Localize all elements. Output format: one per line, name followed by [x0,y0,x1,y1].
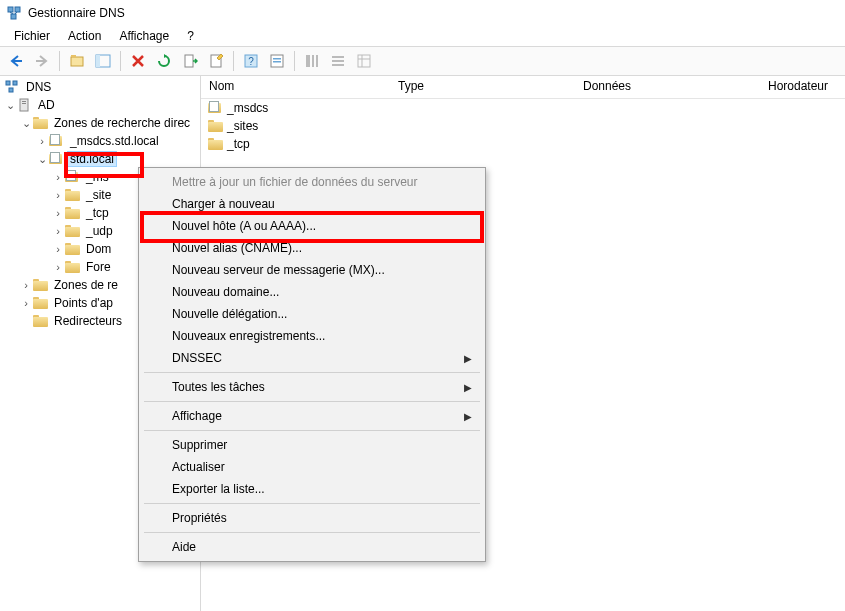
toolbar-separator [59,51,60,71]
tree-expand-icon[interactable]: › [52,225,64,237]
menu-help[interactable]: ? [179,27,202,45]
view-large-button[interactable] [300,49,324,73]
col-header-nom[interactable]: Nom [201,76,390,98]
svg-rect-22 [9,88,13,92]
nav-back-button[interactable] [4,49,28,73]
ctx-properties[interactable]: Propriétés [142,507,482,529]
refresh-button[interactable] [152,49,176,73]
ctx-separator [144,372,480,373]
tree-label: _site [83,187,114,203]
ctx-separator [144,532,480,533]
folder-icon [207,118,223,134]
menu-action[interactable]: Action [60,27,109,45]
ctx-delete[interactable]: Supprimer [142,434,482,456]
tree-expand-icon[interactable]: › [52,261,64,273]
tree-label: std.local [67,151,117,167]
ctx-new-host[interactable]: Nouvel hôte (A ou AAAA)... [142,215,482,237]
delete-button[interactable] [126,49,150,73]
ctx-new-mx[interactable]: Nouveau serveur de messagerie (MX)... [142,259,482,281]
toolbar-separator [233,51,234,71]
title-bar: Gestionnaire DNS [0,0,845,26]
tree-expand-icon[interactable]: › [52,171,64,183]
tree-root-dns[interactable]: DNS [0,78,200,96]
zone-icon [48,151,64,167]
ctx-separator [144,401,480,402]
folder-icon [64,223,80,239]
tree-expand-icon[interactable]: › [36,135,48,147]
tree-expand-icon[interactable]: › [20,279,32,291]
ctx-new-delegation[interactable]: Nouvelle délégation... [142,303,482,325]
ctx-export[interactable]: Exporter la liste... [142,478,482,500]
svg-rect-1 [15,7,20,12]
col-header-type[interactable]: Type [390,76,575,98]
tree-collapse-icon[interactable]: ⌄ [20,117,32,130]
tree-expand-icon[interactable]: › [52,243,64,255]
properties-button[interactable] [204,49,228,73]
folder-icon [32,277,48,293]
tree-label: AD [35,97,58,113]
svg-rect-23 [20,99,28,111]
tree-expand-icon[interactable]: › [52,189,64,201]
ctx-refresh[interactable]: Actualiser [142,456,482,478]
tree-expand-icon[interactable]: › [52,207,64,219]
ctx-label: DNSSEC [172,351,222,365]
svg-rect-0 [8,7,13,12]
folder-icon [64,241,80,257]
show-hide-tree-button[interactable] [91,49,115,73]
help-button[interactable]: ? [239,49,263,73]
folder-icon [64,205,80,221]
svg-rect-6 [71,55,76,57]
svg-rect-21 [13,81,17,85]
menu-bar: Fichier Action Affichage ? [0,26,845,47]
list-item[interactable]: _msdcs [201,99,845,117]
svg-rect-16 [306,55,310,67]
ctx-dnssec[interactable]: DNSSEC▶ [142,347,482,369]
tree-zone-msdcs[interactable]: › _msdcs.std.local [0,132,200,150]
tree-label: _udp [83,223,116,239]
tree-expand-icon[interactable]: › [20,297,32,309]
col-header-donnees[interactable]: Données [575,76,760,98]
zone-icon [207,100,223,116]
tree-label: Redirecteurs [51,313,125,329]
svg-rect-24 [22,101,26,102]
tree-collapse-icon[interactable]: ⌄ [36,153,48,166]
tree-label: Fore [83,259,114,275]
list-item-label: _msdcs [227,101,268,115]
server-icon [16,97,32,113]
ctx-new-domain[interactable]: Nouveau domaine... [142,281,482,303]
svg-rect-18 [316,55,318,67]
ctx-separator [144,430,480,431]
tree-forward-zones[interactable]: ⌄ Zones de recherche direc [0,114,200,132]
view-detail-button[interactable] [352,49,376,73]
submenu-arrow-icon: ▶ [464,353,472,364]
list-item[interactable]: _sites [201,117,845,135]
list-item-label: _tcp [227,137,250,151]
view-list-button[interactable] [326,49,350,73]
menu-view[interactable]: Affichage [111,27,177,45]
ctx-new-alias[interactable]: Nouvel alias (CNAME)... [142,237,482,259]
ctx-new-records[interactable]: Nouveaux enregistrements... [142,325,482,347]
toolbar: ? [0,47,845,76]
tree-label: _ms [83,169,112,185]
folder-icon [64,187,80,203]
new-container-button[interactable] [65,49,89,73]
filter-button[interactable] [265,49,289,73]
ctx-label: Toutes les tâches [172,380,265,394]
list-item[interactable]: _tcp [201,135,845,153]
nav-forward-button[interactable] [30,49,54,73]
toolbar-separator [294,51,295,71]
svg-rect-5 [71,57,83,66]
ctx-help[interactable]: Aide [142,536,482,558]
menu-file[interactable]: Fichier [6,27,58,45]
ctx-reload[interactable]: Charger à nouveau [142,193,482,215]
ctx-view[interactable]: Affichage▶ [142,405,482,427]
tree-label: Zones de re [51,277,121,293]
tree-zone-stdlocal[interactable]: ⌄ std.local [0,150,200,168]
col-header-horodateur[interactable]: Horodateur [760,76,845,98]
svg-rect-20 [6,81,10,85]
tree-label: DNS [23,79,54,95]
tree-server-ad[interactable]: ⌄ AD [0,96,200,114]
tree-collapse-icon[interactable]: ⌄ [4,99,16,112]
ctx-all-tasks[interactable]: Toutes les tâches▶ [142,376,482,398]
export-button[interactable] [178,49,202,73]
